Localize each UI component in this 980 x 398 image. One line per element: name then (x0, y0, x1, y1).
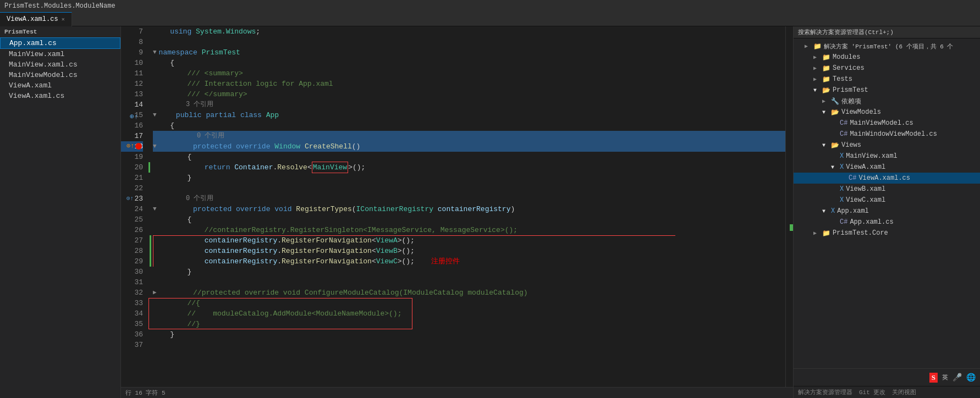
tab-viewa-xaml-cs[interactable]: ViewA.xaml.cs ✕ (0, 12, 72, 26)
tree-item-services[interactable]: ▶ 📁 Services (794, 63, 980, 74)
sidebar-item-mainviewxaml[interactable]: MainView.xaml (0, 49, 120, 59)
sidebar-item-appxamlcs[interactable]: App.xaml.cs (0, 37, 120, 49)
tree-item-mainviewxaml[interactable]: ▶ X MainView.xaml (794, 151, 980, 162)
solution-explorer-header: 搜索解决方案资源管理器(Ctrl+;) (794, 26, 980, 38)
solution-icon: 📁 (813, 42, 822, 51)
right-gutter (785, 26, 793, 387)
line-col-info: 行 16 字符 5 (125, 389, 166, 397)
tree-item-viewmodels[interactable]: ▼ 📂 ViewModels (794, 107, 980, 118)
title-text: PrismTest.Modules.ModuleName (4, 2, 115, 10)
tree-item-viewaxaml[interactable]: ▼ X ViewA.xaml (794, 162, 980, 173)
tab-bar: ViewA.xaml.cs ✕ (0, 12, 980, 26)
brand-label: 英 (942, 373, 948, 382)
tree-item-appxamlcs[interactable]: ▶ C# App.xaml.cs (794, 217, 980, 228)
sidebar-item-mainviewxamlcs[interactable]: MainView.xaml.cs (0, 59, 120, 70)
tree-item-deps[interactable]: ▶ 🔧 依赖项 (794, 96, 980, 107)
sidebar: PrismTest App.xaml.cs MainView.xaml Main… (0, 26, 121, 398)
brand-mic-icon[interactable]: 🎤 (953, 373, 962, 382)
title-bar: PrismTest.Modules.ModuleName (0, 0, 980, 12)
search-solution-label[interactable]: 搜索解决方案资源管理器(Ctrl+;) (798, 28, 894, 36)
line-numbers: 7 8 9 10 11 12 13 14 15 16 17 18 19 20 2… (121, 26, 148, 387)
solution-explorer-bottom: 解决方案资源管理器 Git 更改 关闭视图 (794, 386, 980, 398)
tree-item-tests[interactable]: ▶ 📁 Tests (794, 74, 980, 85)
sidebar-item-viewaxaml[interactable]: ViewA.xaml (0, 80, 120, 91)
tree-item-prismtest[interactable]: ▼ 📂 PrismTest (794, 85, 980, 96)
tab-label: ViewA.xaml.cs (7, 15, 58, 23)
right-panel: 搜索解决方案资源管理器(Ctrl+;) ▶ 📁 解决方案 'PrismTest'… (793, 26, 980, 398)
tree-item-modules[interactable]: ▶ 📁 Modules (794, 52, 980, 63)
git-label[interactable]: Git 更改 (859, 388, 885, 396)
code-lines: using System.Windows; ▼namespace PrismTe… (148, 26, 785, 387)
close-icon[interactable]: ✕ (62, 16, 65, 23)
tree-item-prismtestcore[interactable]: ▶ 📁 PrismTest.Core (794, 228, 980, 239)
sidebar-item-mainviewmodelcs[interactable]: MainViewModel.cs (0, 70, 120, 80)
brand-s-icon: S (929, 373, 938, 383)
sidebar-header: PrismTest (0, 26, 120, 37)
tree-item-appxaml[interactable]: ▼ X App.xaml (794, 206, 980, 217)
view-label[interactable]: 关闭视图 (892, 388, 916, 396)
tree-item-viewcxaml[interactable]: ▶ X ViewC.xaml (794, 195, 980, 206)
solution-explorer-label: 解决方案资源管理器 (798, 388, 852, 396)
annotation-text: 注册控件 (431, 256, 460, 267)
bottom-status: 行 16 字符 5 (121, 387, 793, 398)
editor-area: 7 8 9 10 11 12 13 14 15 16 17 18 19 20 2… (121, 26, 793, 398)
tree-item-mainviewmodelcs[interactable]: ▶ C# MainViewModel.cs (794, 118, 980, 129)
tree-item-mainwindowviewmodelcs[interactable]: ▶ C# MainWindowViewModel.cs (794, 129, 980, 140)
brand-area: S 英 🎤 🌐 (794, 368, 980, 386)
brand-translate-icon[interactable]: 🌐 (966, 373, 976, 382)
solution-title: ▶ 📁 解决方案 'PrismTest' (6 个项目，共 6 个 (794, 41, 980, 52)
sidebar-item-viewaxamlcs[interactable]: ViewA.xaml.cs (0, 91, 120, 101)
tree-item-views[interactable]: ▼ 📂 Views (794, 140, 980, 151)
tree-item-viewbxaml[interactable]: ▶ X ViewB.xaml (794, 184, 980, 195)
tree-item-viewaxamlcs[interactable]: ▶ C# ViewA.xaml.cs (794, 173, 980, 184)
